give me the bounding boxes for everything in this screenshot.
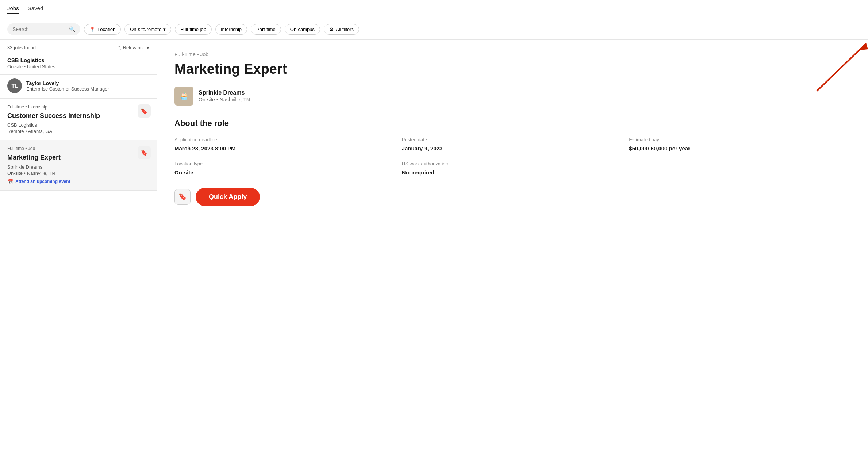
filter-fulltime[interactable]: Full-time job <box>175 24 212 35</box>
company-location-detail: On-site • Nashville, TN <box>199 97 250 103</box>
all-filters-button[interactable]: ⚙ All filters <box>324 24 359 35</box>
bookmark-button-1[interactable]: 🔖 <box>138 104 151 118</box>
job-title-1: Customer Success Internship <box>7 112 149 120</box>
left-panel: 33 jobs found ⇅ Relevance ▾ CSB Logistic… <box>0 40 157 468</box>
filter-parttime[interactable]: Part-time <box>251 24 281 35</box>
bookmark-button-2[interactable]: 🔖 <box>138 146 151 159</box>
sliders-icon: ⚙ <box>329 27 334 32</box>
right-panel: Full-Time • Job Marketing Expert 🧁 Sprin… <box>157 40 868 468</box>
job-company-2: Sprinkle Dreams <box>7 164 149 170</box>
job-detail-title: Marketing Expert <box>174 61 850 78</box>
company-header: CSB Logistics On-site • United States <box>0 55 157 75</box>
job-card-internship[interactable]: Full-time • Internship Customer Success … <box>0 99 157 140</box>
detail-empty <box>629 161 850 176</box>
recruiter-row: TL Taylor Lovely Enterprise Customer Suc… <box>0 75 157 99</box>
detail-location-type: Location type On-site <box>174 161 396 176</box>
filter-internship[interactable]: Internship <box>215 24 247 35</box>
jobs-count: 33 jobs found <box>7 45 36 50</box>
top-nav: Jobs Saved <box>0 0 868 19</box>
job-type-label-1: Full-time • Internship <box>7 104 149 110</box>
company-row: 🧁 Sprinkle Dreams On-site • Nashville, T… <box>174 87 850 106</box>
job-location-2: On-site • Nashville, TN <box>7 170 149 176</box>
company-info-right: Sprinkle Dreams On-site • Nashville, TN <box>199 89 250 103</box>
jobs-count-bar: 33 jobs found ⇅ Relevance ▾ <box>0 40 157 55</box>
recruiter-name: Taylor Lovely <box>26 80 109 86</box>
company-logo: 🧁 <box>174 87 193 106</box>
filter-location[interactable]: 📍 Location <box>84 24 121 35</box>
job-card-marketing[interactable]: Full-time • Job Marketing Expert Sprinkl… <box>0 140 157 190</box>
quick-apply-button[interactable]: Quick Apply <box>196 188 260 206</box>
nav-tab-saved[interactable]: Saved <box>28 5 43 14</box>
sort-chevron-icon: ▾ <box>147 45 149 50</box>
search-button[interactable]: 🔍 <box>69 26 75 32</box>
svg-marker-1 <box>860 43 868 50</box>
recruiter-avatar: TL <box>7 78 22 93</box>
nav-tab-jobs[interactable]: Jobs <box>7 5 19 14</box>
role-details-grid: Application deadline March 23, 2023 8:00… <box>174 137 850 176</box>
company-name-detail: Sprinkle Dreams <box>199 89 250 96</box>
detail-estimated-pay: Estimated pay $50,000-60,000 per year <box>629 137 850 152</box>
chevron-down-icon: ▾ <box>163 27 166 32</box>
filter-bar: 🔍 📍 Location On-site/remote ▾ Full-time … <box>0 19 868 40</box>
search-box: 🔍 <box>7 23 80 35</box>
detail-posted-date: Posted date January 9, 2023 <box>402 137 623 152</box>
job-title-2: Marketing Expert <box>7 153 149 162</box>
job-detail-type: Full-Time • Job <box>174 51 850 57</box>
sort-icon: ⇅ <box>118 45 122 50</box>
company-name-header: CSB Logistics <box>7 57 149 63</box>
action-row: 🔖 Quick Apply <box>174 188 850 206</box>
sort-button[interactable]: ⇅ Relevance ▾ <box>118 45 149 50</box>
calendar-icon: 📅 <box>7 179 13 184</box>
save-job-button[interactable]: 🔖 <box>174 189 191 205</box>
about-role-title: About the role <box>174 119 850 128</box>
recruiter-title: Enterprise Customer Success Manager <box>26 86 109 92</box>
attend-event-link[interactable]: 📅 Attend an upcoming event <box>7 179 149 184</box>
main-layout: 33 jobs found ⇅ Relevance ▾ CSB Logistic… <box>0 40 868 468</box>
job-company-1: CSB Logistics <box>7 122 149 128</box>
filter-oncampus[interactable]: On-campus <box>285 24 320 35</box>
bookmark-detail-icon: 🔖 <box>178 193 187 201</box>
filter-onsite-remote[interactable]: On-site/remote ▾ <box>124 24 171 35</box>
job-type-label-2: Full-time • Job <box>7 146 149 151</box>
detail-work-auth: US work authorization Not required <box>402 161 623 176</box>
recruiter-info: Taylor Lovely Enterprise Customer Succes… <box>26 80 109 92</box>
location-pin-icon: 📍 <box>89 27 95 32</box>
search-input[interactable] <box>12 26 66 32</box>
job-location-1: Remote • Atlanta, GA <box>7 128 149 134</box>
detail-application-deadline: Application deadline March 23, 2023 8:00… <box>174 137 396 152</box>
company-detail-header: On-site • United States <box>7 64 149 69</box>
